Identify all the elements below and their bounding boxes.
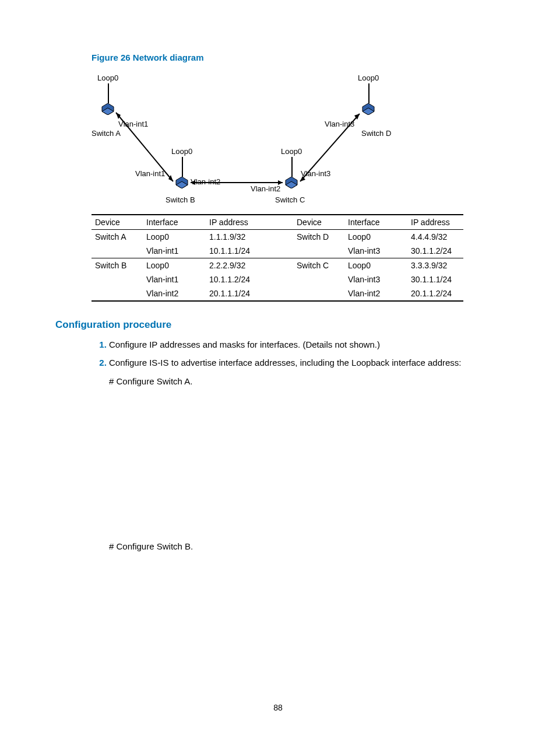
vlan-label: Vlan-int3 — [325, 120, 354, 128]
table-row: Switch A Loop0 1.1.1.9/32 Switch D Loop0… — [92, 230, 463, 244]
section-heading: Configuration procedure — [55, 319, 501, 331]
svg-marker-16 — [354, 114, 360, 120]
step-2: Configure IS-IS to advertise interface a… — [109, 356, 501, 553]
step-sub-a: # Configure Switch A. — [109, 374, 501, 388]
th-device: Device — [293, 215, 344, 230]
loop0-label-a: Loop0 — [97, 74, 118, 82]
switch-icon — [174, 177, 190, 188]
page-number: 88 — [0, 703, 556, 712]
vlan-label: Vlan-int3 — [301, 169, 330, 178]
th-ip: IP address — [206, 215, 293, 230]
link — [291, 157, 293, 177]
switch-icon — [360, 103, 376, 115]
table-row: Vlan-int1 10.1.1.1/24 Vlan-int3 30.1.1.2… — [92, 244, 463, 258]
switch-d-label: Switch D — [361, 129, 391, 138]
svg-marker-9 — [116, 113, 121, 119]
link — [368, 83, 370, 103]
table-row: Vlan-int2 20.1.1.1/24 Vlan-int2 20.1.1.2… — [92, 286, 463, 301]
table-row: Vlan-int1 10.1.1.2/24 Vlan-int3 30.1.1.1… — [92, 272, 463, 286]
step-text: Configure IS-IS to advertise interface a… — [109, 358, 462, 368]
th-device: Device — [92, 215, 143, 230]
loop0-label-b: Loop0 — [171, 147, 192, 156]
network-diagram: Loop0 Vlan-int1 Switch A Loop0 Vlan-int3… — [92, 71, 501, 211]
switch-a-label: Switch A — [92, 129, 121, 138]
switch-icon — [100, 103, 116, 115]
page-content: Figure 26 Network diagram Loop0 Vlan-int… — [0, 0, 556, 553]
step-1: Configure IP addresses and masks for int… — [109, 338, 501, 351]
loop0-label-d: Loop0 — [358, 74, 379, 82]
vlan-label: Vlan-int1 — [118, 120, 148, 128]
step-sub-b: # Configure Switch B. — [109, 540, 501, 553]
step-text: Configure IP addresses and masks for int… — [109, 340, 380, 349]
vlan-label: Vlan-int1 — [135, 169, 165, 178]
th-interface: Interface — [344, 215, 407, 230]
loop0-label-c: Loop0 — [281, 147, 302, 156]
switch-b-label: Switch B — [166, 195, 195, 204]
procedure-list: Configure IP addresses and masks for int… — [92, 338, 501, 553]
th-interface: Interface — [143, 215, 206, 230]
address-table: Device Interface IP address Device Inter… — [92, 214, 463, 302]
switch-c-label: Switch C — [275, 195, 305, 204]
link — [182, 157, 183, 177]
svg-marker-10 — [168, 175, 173, 181]
vlan-label: Vlan-int2 — [251, 184, 280, 193]
link — [108, 83, 109, 103]
table-row: Switch B Loop0 2.2.2.9/32 Switch C Loop0… — [92, 258, 463, 273]
switch-icon — [283, 177, 300, 188]
th-ip: IP address — [407, 215, 463, 230]
figure-title: Figure 26 Network diagram — [92, 52, 501, 62]
table-header-row: Device Interface IP address Device Inter… — [92, 215, 463, 230]
vlan-label: Vlan-int2 — [191, 177, 220, 186]
